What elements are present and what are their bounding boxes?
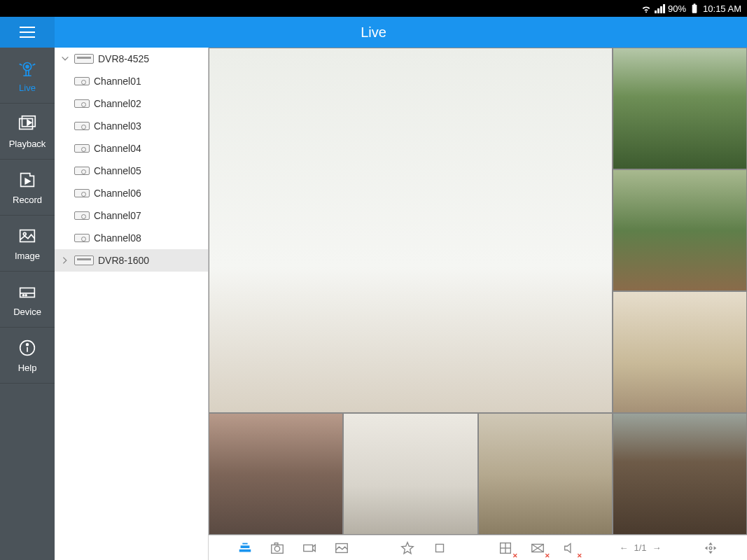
channel-name: Channel07 <box>94 210 141 221</box>
dvr-icon <box>74 255 94 265</box>
device-icon <box>17 281 38 302</box>
layout-button[interactable] <box>235 538 255 558</box>
battery-text: 90% <box>668 4 686 14</box>
video-cell-4[interactable] <box>613 291 747 413</box>
sidebar-nav: Live Playback Record Image Device Help <box>0 48 55 560</box>
svg-point-19 <box>275 546 280 551</box>
favorite-button[interactable] <box>398 538 417 558</box>
svg-rect-20 <box>275 542 279 545</box>
svg-rect-23 <box>436 544 444 552</box>
svg-rect-21 <box>304 545 313 551</box>
video-cell-3[interactable] <box>613 169 747 291</box>
ptz-icon <box>703 540 718 556</box>
menu-icon <box>20 27 35 38</box>
mute-button[interactable] <box>560 538 580 558</box>
picture-button[interactable] <box>332 538 351 558</box>
dvr-icon <box>74 54 94 64</box>
video-cell-7[interactable] <box>478 413 613 535</box>
tree-device-row[interactable]: DVR8-4525 <box>55 48 208 70</box>
battery-icon <box>689 3 700 14</box>
camera-small-icon <box>74 234 90 242</box>
sidebar-item-help[interactable]: Help <box>0 328 55 384</box>
svg-marker-5 <box>25 178 30 184</box>
tree-device-row[interactable]: DVR8-1600 <box>55 249 208 272</box>
camera-small-icon <box>74 99 90 108</box>
snapshot-icon <box>270 540 285 556</box>
status-bar: 90% 10:15 AM <box>0 0 747 17</box>
svg-rect-2 <box>20 119 33 130</box>
tree-channel-row[interactable]: Channel08 <box>55 227 208 249</box>
svg-point-10 <box>22 295 24 296</box>
video-grid <box>209 48 747 535</box>
tree-channel-row[interactable]: Channel02 <box>55 92 208 115</box>
page-title: Live <box>361 24 386 41</box>
sidebar-item-image[interactable]: Image <box>0 216 55 272</box>
video-cell-8[interactable] <box>613 413 747 535</box>
ptz-button[interactable] <box>701 538 720 558</box>
channel-name: Channel02 <box>94 98 141 109</box>
svg-rect-8 <box>20 288 35 297</box>
sidebar-item-live[interactable]: Live <box>0 48 55 104</box>
record-button[interactable] <box>300 538 319 558</box>
video-area: ← 1/1 → <box>209 48 747 560</box>
tree-channel-row[interactable]: Channel04 <box>55 137 208 160</box>
stop-button[interactable] <box>430 538 449 558</box>
titlebar: Live <box>0 17 747 48</box>
tree-channel-row[interactable]: Channel05 <box>55 160 208 182</box>
svg-rect-17 <box>243 542 248 544</box>
tree-channel-row[interactable]: Channel01 <box>55 70 208 92</box>
video-cell-2[interactable] <box>613 48 747 169</box>
tree-channel-row[interactable]: Channel07 <box>55 204 208 227</box>
next-page-button[interactable]: → <box>652 542 662 553</box>
sidebar-label: Record <box>13 195 42 205</box>
speaker-icon <box>562 540 578 556</box>
page-indicator: 1/1 <box>634 542 646 553</box>
close-stream-button[interactable] <box>528 538 547 558</box>
wifi-icon <box>641 3 652 14</box>
channel-name: Channel05 <box>94 165 141 176</box>
svg-point-1 <box>26 65 29 68</box>
prev-page-button[interactable]: ← <box>619 542 628 553</box>
camera-icon <box>17 57 38 78</box>
channel-name: Channel04 <box>94 143 141 154</box>
video-cell-1[interactable] <box>209 48 613 413</box>
camera-small-icon <box>74 77 90 85</box>
svg-point-28 <box>709 547 712 550</box>
clock-text: 10:15 AM <box>703 4 741 14</box>
record-tool-icon <box>302 540 317 556</box>
menu-button[interactable] <box>0 17 55 48</box>
device-name: DVR8-1600 <box>98 255 149 266</box>
camera-small-icon <box>74 122 90 130</box>
camera-small-icon <box>74 167 90 175</box>
bottom-toolbar: ← 1/1 → <box>209 535 747 560</box>
sidebar-item-playback[interactable]: Playback <box>0 104 55 160</box>
camera-small-icon <box>74 211 90 220</box>
tree-channel-row[interactable]: Channel03 <box>55 115 208 137</box>
sidebar-label: Device <box>13 307 41 317</box>
picture-icon <box>334 540 349 556</box>
svg-point-13 <box>27 344 29 346</box>
playback-icon <box>17 113 38 134</box>
stop-icon <box>432 540 447 556</box>
grid-close-icon <box>498 540 513 556</box>
camera-small-icon <box>74 189 90 197</box>
sidebar-item-record[interactable]: Record <box>0 160 55 216</box>
snapshot-button[interactable] <box>267 538 287 558</box>
svg-marker-4 <box>27 120 32 125</box>
close-grid-button[interactable] <box>496 538 515 558</box>
tree-channel-row[interactable]: Channel06 <box>55 182 208 204</box>
sidebar-item-device[interactable]: Device <box>0 272 55 328</box>
record-icon <box>17 169 38 190</box>
device-tree: DVR8-4525 Channel01 Channel02 Channel03 … <box>55 48 209 560</box>
video-cell-5[interactable] <box>209 413 343 535</box>
channel-name: Channel01 <box>94 76 141 87</box>
channel-name: Channel06 <box>94 188 141 199</box>
signal-icon <box>655 4 665 13</box>
channel-name: Channel08 <box>94 232 141 244</box>
channel-name: Channel03 <box>94 120 141 132</box>
video-cell-6[interactable] <box>343 413 477 535</box>
camera-small-icon <box>74 144 90 153</box>
pager: ← 1/1 → <box>619 542 661 553</box>
chevron-right-icon <box>60 255 70 265</box>
svg-rect-15 <box>239 549 251 552</box>
